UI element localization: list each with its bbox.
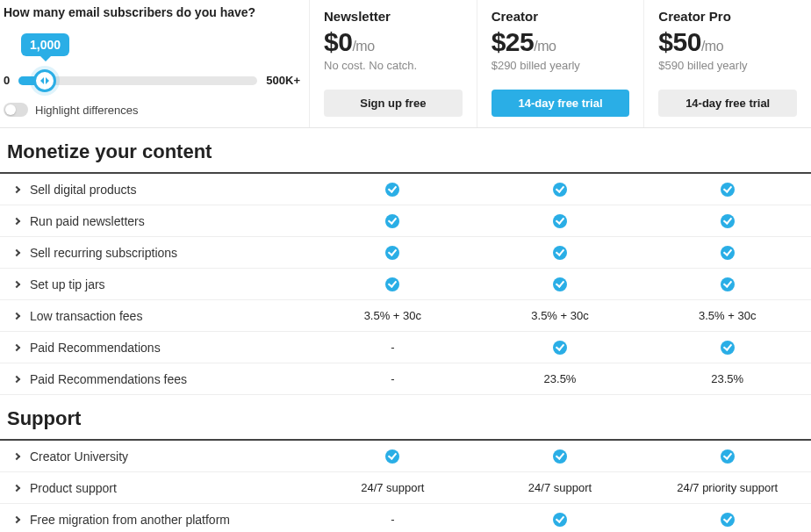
check-icon xyxy=(721,513,735,527)
feature-label[interactable]: Sell recurring subscriptions xyxy=(0,239,309,267)
feature-cell xyxy=(309,270,477,298)
check-icon xyxy=(553,246,567,260)
chevron-right-icon xyxy=(13,375,20,382)
check-icon xyxy=(721,214,735,228)
plan-name: Newsletter xyxy=(324,9,463,24)
feature-cell xyxy=(477,333,644,362)
chevron-right-icon xyxy=(13,280,20,287)
feature-label[interactable]: Free migration from another platform xyxy=(0,506,309,533)
check-icon xyxy=(553,449,567,464)
slider-handle-icon[interactable] xyxy=(33,69,56,92)
chevron-right-icon xyxy=(13,312,20,319)
chevron-right-icon xyxy=(13,343,20,350)
check-icon xyxy=(553,183,567,197)
chevron-right-icon xyxy=(13,484,20,491)
subscriber-question-title: How many email subscribers do you have? xyxy=(4,5,300,19)
feature-cell xyxy=(309,175,477,204)
chevron-right-icon xyxy=(13,248,20,255)
feature-row: Sell digital products xyxy=(0,174,811,205)
chevron-right-icon xyxy=(13,185,20,192)
check-icon xyxy=(721,246,735,260)
feature-label[interactable]: Run paid newsletters xyxy=(0,207,309,235)
feature-label[interactable]: Set up tip jars xyxy=(0,270,309,298)
feature-cell xyxy=(477,505,644,532)
check-icon xyxy=(553,341,567,355)
check-icon xyxy=(721,449,735,464)
feature-cell xyxy=(643,270,811,298)
chevron-right-icon xyxy=(13,515,20,522)
feature-label[interactable]: Sell digital products xyxy=(0,176,309,204)
feature-label[interactable]: Paid Recommendations xyxy=(0,334,309,362)
plan-cta-button[interactable]: 14-day free trial xyxy=(492,90,630,117)
check-icon xyxy=(385,183,399,197)
feature-cell: 3.5% + 30c xyxy=(477,302,644,329)
feature-cell: 24/7 support xyxy=(309,474,477,501)
feature-cell xyxy=(643,442,811,471)
feature-cell xyxy=(309,238,477,267)
plan-price: $25/mo xyxy=(492,27,630,57)
feature-cell xyxy=(643,333,811,362)
plan-column: Creator$25/mo$290 billed yearly14-day fr… xyxy=(477,0,644,127)
check-icon xyxy=(553,513,567,527)
feature-label[interactable]: Creator University xyxy=(0,442,309,471)
feature-label[interactable]: Paid Recommendations fees xyxy=(0,365,309,393)
feature-row: Low transaction fees3.5% + 30c3.5% + 30c… xyxy=(0,300,811,332)
plan-name: Creator Pro xyxy=(658,9,797,24)
plan-column: Creator Pro$50/mo$590 billed yearly14-da… xyxy=(643,0,811,127)
check-icon xyxy=(721,277,735,291)
feature-cell: 24/7 support xyxy=(477,474,644,501)
check-icon xyxy=(721,183,735,197)
feature-cell xyxy=(477,238,644,267)
check-icon xyxy=(385,246,399,260)
check-icon xyxy=(385,277,399,291)
feature-row: Sell recurring subscriptions xyxy=(0,237,811,269)
slider-max-label: 500K+ xyxy=(266,74,300,87)
feature-cell xyxy=(643,206,811,235)
check-icon xyxy=(721,341,735,355)
plan-cta-button[interactable]: Sign up free xyxy=(324,90,463,117)
feature-row: Free migration from another platform- xyxy=(0,504,811,532)
feature-cell xyxy=(477,270,644,298)
plan-price: $50/mo xyxy=(658,27,797,57)
feature-cell xyxy=(477,206,644,235)
feature-cell xyxy=(643,505,811,532)
feature-row: Paid Recommendations fees-23.5%23.5% xyxy=(0,363,811,395)
feature-cell: - xyxy=(309,365,477,392)
feature-row: Run paid newsletters xyxy=(0,205,811,237)
subscriber-value-bubble: 1,000 xyxy=(21,33,69,56)
feature-cell xyxy=(477,442,644,471)
feature-row: Product support24/7 support24/7 support2… xyxy=(0,472,811,504)
plan-subtext: $290 billed yearly xyxy=(492,59,630,72)
check-icon xyxy=(385,214,399,228)
feature-cell: 23.5% xyxy=(643,365,811,392)
feature-row: Set up tip jars xyxy=(0,269,811,300)
feature-label[interactable]: Low transaction fees xyxy=(0,302,309,330)
chevron-right-icon xyxy=(13,217,20,224)
feature-cell: 24/7 priority support xyxy=(643,474,811,501)
feature-row: Creator University xyxy=(0,441,811,472)
plan-column: Newsletter$0/moNo cost. No catch.Sign up… xyxy=(309,0,477,127)
section-header: Monetize your content xyxy=(0,128,811,174)
highlight-differences-toggle[interactable] xyxy=(4,103,28,117)
feature-cell: 23.5% xyxy=(477,365,644,392)
plan-name: Creator xyxy=(492,9,630,24)
feature-cell: - xyxy=(309,506,477,532)
check-icon xyxy=(553,214,567,228)
subscriber-slider[interactable] xyxy=(18,76,257,85)
slider-min-label: 0 xyxy=(4,74,10,87)
feature-label[interactable]: Product support xyxy=(0,474,309,502)
feature-cell: - xyxy=(309,334,477,361)
feature-cell: 3.5% + 30c xyxy=(309,302,477,329)
plan-subtext: $590 billed yearly xyxy=(658,59,797,72)
feature-row: Paid Recommendations- xyxy=(0,332,811,363)
feature-cell xyxy=(477,175,644,204)
feature-cell xyxy=(643,238,811,267)
plan-cta-button[interactable]: 14-day free trial xyxy=(658,90,797,117)
highlight-differences-label: Highlight differences xyxy=(35,104,139,117)
chevron-right-icon xyxy=(13,452,20,459)
feature-cell xyxy=(643,175,811,204)
check-icon xyxy=(553,277,567,291)
feature-cell xyxy=(309,206,477,235)
plan-price: $0/mo xyxy=(324,27,463,57)
feature-cell: 3.5% + 30c xyxy=(643,302,811,329)
